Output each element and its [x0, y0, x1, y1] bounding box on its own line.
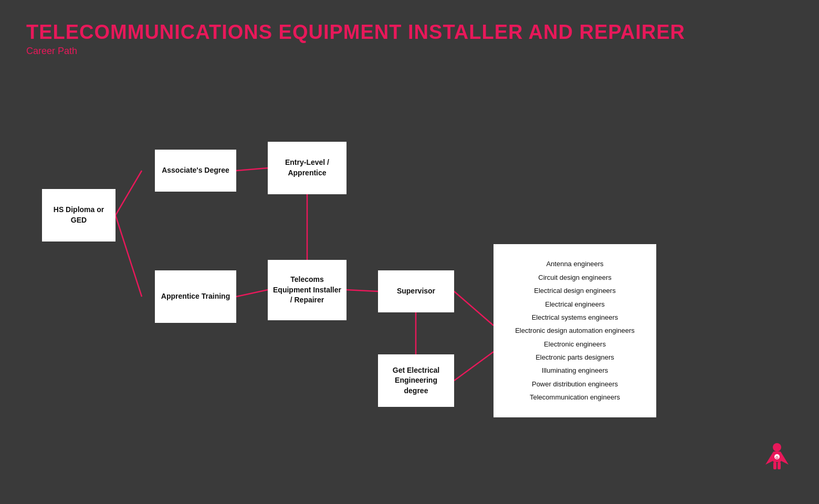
related-role-item: Antenna engineers — [499, 258, 651, 270]
related-role-item: Telecommunication engineers — [499, 391, 651, 403]
related-role-item: Illuminating engineers — [499, 364, 651, 376]
node-get-degree: Get Electrical Engineering degree — [378, 354, 454, 407]
svg-line-5 — [346, 290, 378, 291]
related-role-item: Electronic parts designers — [499, 351, 651, 363]
page-title: TELECOMMUNICATIONS EQUIPMENT INSTALLER A… — [26, 21, 793, 44]
related-role-item: Power distribution engineers — [499, 378, 651, 390]
svg-point-9 — [773, 443, 781, 452]
node-apprentice-training: Apprentice Training — [155, 270, 236, 323]
logo-icon: G — [761, 441, 793, 472]
svg-rect-11 — [773, 462, 776, 469]
node-related-roles: Antenna engineersCircuit design engineer… — [494, 244, 656, 417]
related-role-item: Electronic engineers — [499, 338, 651, 350]
node-telecoms-equipment: Telecoms Equipment Installer / Repairer — [268, 260, 346, 320]
node-telecoms-label: Telecoms Equipment Installer / Repairer — [273, 275, 341, 306]
page-subtitle: Career Path — [26, 46, 793, 57]
node-apprentice-label: Apprentice Training — [161, 291, 230, 302]
svg-rect-12 — [778, 462, 781, 469]
svg-line-1 — [116, 215, 142, 297]
related-role-item: Electrical systems engineers — [499, 311, 651, 323]
node-entry-label: Entry-Level / Apprentice — [273, 158, 341, 178]
career-diagram: HS Diploma or GED Associate's Degree App… — [0, 68, 819, 488]
node-supervisor: Supervisor — [378, 270, 454, 312]
node-degree-label: Get Electrical Engineering degree — [383, 365, 449, 396]
node-supervisor-label: Supervisor — [397, 286, 435, 297]
node-associates-degree: Associate's Degree — [155, 150, 236, 192]
node-hs-diploma: HS Diploma or GED — [42, 189, 116, 242]
related-role-item: Electrical engineers — [499, 298, 651, 310]
node-entry-level: Entry-Level / Apprentice — [268, 142, 346, 194]
svg-text:G: G — [775, 456, 779, 459]
node-assoc-label: Associate's Degree — [162, 165, 229, 176]
related-role-item: Electronic design automation engineers — [499, 324, 651, 337]
header: TELECOMMUNICATIONS EQUIPMENT INSTALLER A… — [0, 0, 819, 61]
svg-line-2 — [236, 168, 268, 171]
related-role-item: Circuit design engineers — [499, 271, 651, 284]
related-role-item: Electrical design engineers — [499, 285, 651, 297]
svg-line-8 — [454, 352, 494, 381]
svg-line-7 — [454, 291, 494, 326]
svg-line-3 — [236, 290, 268, 297]
svg-line-0 — [116, 171, 142, 215]
node-hs-label: HS Diploma or GED — [47, 205, 110, 225]
